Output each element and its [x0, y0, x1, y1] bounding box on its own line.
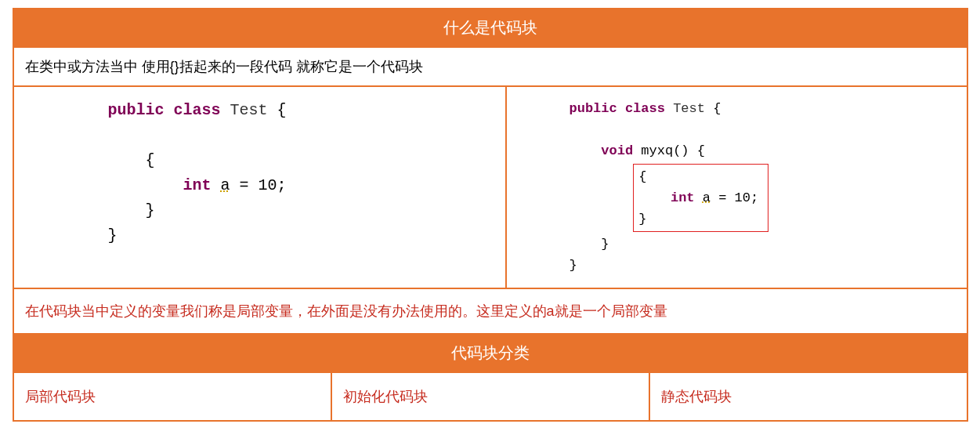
brace-open: {: [277, 101, 287, 119]
method-open: {: [697, 143, 705, 158]
code-example-right: public class Test { void myxq() { { int …: [507, 87, 967, 288]
eq: =: [718, 190, 726, 205]
type-static: 静态代码块: [649, 373, 967, 420]
var-name: a: [221, 176, 230, 194]
eq: =: [240, 176, 249, 194]
block-open: {: [146, 151, 155, 169]
code-block: public class Test { { int a = 10; } }: [108, 98, 490, 248]
block-close: }: [146, 201, 155, 219]
highlighted-block: { int a = 10; }: [633, 164, 768, 233]
keyword-void: void: [601, 143, 633, 158]
keyword-int: int: [671, 190, 695, 205]
val: 10;: [259, 176, 287, 194]
keyword-int: int: [183, 176, 212, 194]
code-examples: public class Test { { int a = 10; } } pu…: [13, 87, 968, 289]
types-title: 代码块分类: [13, 335, 968, 373]
brace-open: {: [713, 101, 721, 116]
code-block: public class Test { void myxq() { { int …: [570, 98, 951, 277]
code-example-left: public class Test { { int a = 10; } }: [14, 87, 507, 288]
method-name: myxq(): [641, 143, 689, 158]
class-name: Test: [230, 101, 268, 119]
keyword-class: class: [174, 101, 221, 119]
keyword-public: public: [570, 101, 617, 116]
document: 什么是代码块 在类中或方法当中 使用{}括起来的一段代码 就称它是一个代码块 p…: [13, 8, 968, 422]
brace-close: }: [570, 258, 577, 273]
type-init: 初始化代码块: [331, 373, 649, 420]
keyword-class: class: [625, 101, 665, 116]
block-open: {: [638, 169, 646, 184]
keyword-public: public: [108, 101, 165, 119]
val: 10;: [735, 190, 759, 205]
types-row: 局部代码块 初始化代码块 静态代码块: [13, 373, 968, 422]
class-name: Test: [673, 101, 705, 116]
block-close: }: [638, 212, 646, 226]
definition-text: 在类中或方法当中 使用{}括起来的一段代码 就称它是一个代码块: [13, 48, 968, 87]
type-local: 局部代码块: [14, 373, 331, 420]
section-title: 什么是代码块: [13, 8, 968, 48]
note-text: 在代码块当中定义的变量我们称是局部变量，在外面是没有办法使用的。这里定义的a就是…: [13, 289, 968, 335]
var-name: a: [703, 190, 711, 205]
method-close: }: [601, 237, 609, 252]
brace-close: }: [108, 226, 118, 245]
